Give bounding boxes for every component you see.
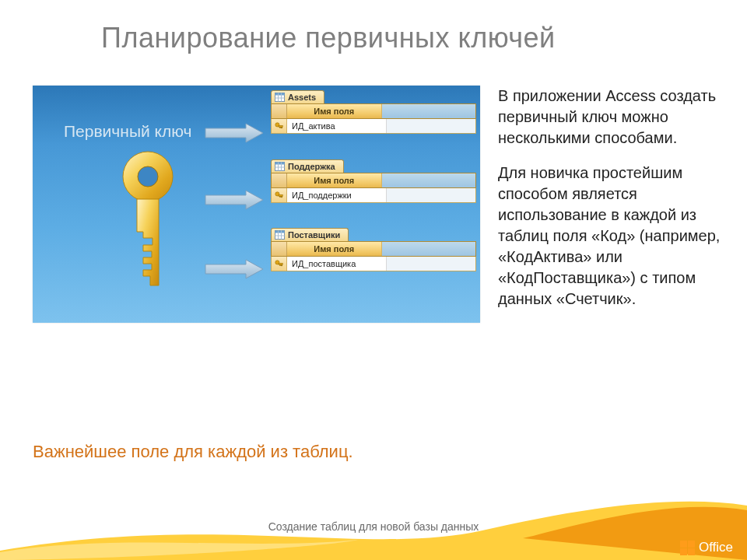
primary-key-icon [272,257,287,271]
svg-rect-9 [282,127,282,128]
table-preview-assets: Assets Имя поля ИД_актива [271,90,476,134]
table-row: ИД_актива [271,119,476,134]
svg-rect-12 [275,163,285,165]
table-tab: Поставщики [271,228,349,241]
pk-field-name: ИД_поддержки [287,188,387,202]
column-header-fieldname: Имя поля [287,104,382,118]
body-text: В приложении Access создать первичный кл… [498,86,724,324]
arrow-icon [204,122,265,144]
office-logo-text: Office [699,540,733,555]
primary-key-icon [272,188,287,202]
primary-key-label: Первичный ключ [64,122,191,141]
office-logo: Office [680,540,733,555]
table-preview-suppliers: Поставщики Имя поля ИД_поставщика [271,228,476,271]
table-name: Поставщики [288,230,340,240]
key-icon [109,149,187,293]
table-name: Поддержка [288,162,335,171]
column-header-fieldname: Имя поля [287,242,382,256]
table-name: Assets [288,93,316,102]
arrow-icon [204,258,265,280]
body-paragraph-2: Для новичка простейшим способом является… [498,163,724,310]
primary-key-illustration: Первичный ключ Assets [33,86,480,323]
pk-field-name: ИД_поставщика [287,257,387,271]
office-logo-icon [680,541,695,555]
datasheet-icon [275,230,285,240]
svg-rect-19 [280,196,281,197]
footer-caption: Создание таблиц для новой базы данных [0,520,747,533]
svg-point-1 [138,166,158,187]
table-row: ИД_поставщика [271,257,476,271]
body-paragraph-1: В приложении Access создать первичный кл… [498,86,724,149]
table-tab: Поддержка [271,159,344,173]
arrow-icon [204,189,265,211]
svg-rect-27 [282,264,282,266]
table-row: ИД_поддержки [271,188,476,203]
slide-title: Планирование первичных ключей [101,22,556,54]
svg-rect-28 [280,264,281,265]
table-header-row: Имя поля [271,173,476,188]
svg-rect-21 [275,231,285,233]
table-tab: Assets [271,90,324,103]
table-preview-support: Поддержка Имя поля ИД_поддержки [271,159,476,203]
table-header-row: Имя поля [271,103,476,119]
svg-rect-3 [275,93,285,96]
datasheet-icon [275,162,285,171]
svg-rect-10 [280,127,281,128]
pk-field-name: ИД_актива [287,119,387,133]
slide-caption: Важнейшее поле для каждой из таблиц. [33,442,353,462]
column-header-fieldname: Имя поля [287,173,382,187]
svg-rect-18 [282,196,282,198]
datasheet-icon [275,93,285,102]
table-header-row: Имя поля [271,241,476,257]
primary-key-icon [272,119,287,133]
